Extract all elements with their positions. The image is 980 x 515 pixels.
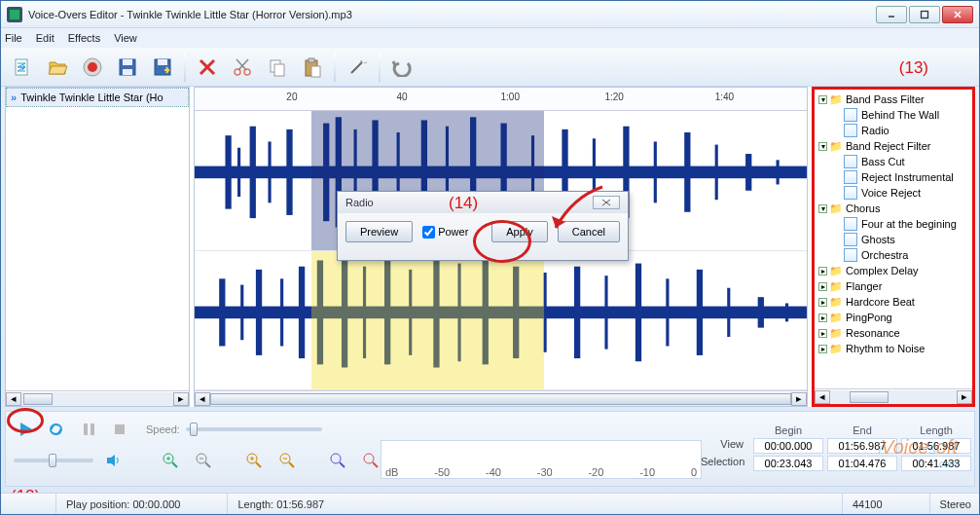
svg-rect-71 [697,269,703,354]
hdr-begin: Begin [753,424,823,436]
open-file-button[interactable] [42,52,73,83]
svg-rect-22 [309,58,314,62]
view-label: View [701,438,749,454]
svg-point-7 [88,62,97,72]
tree-folder-flanger[interactable]: ▸📁Flanger [815,278,972,294]
app-window: Voice-Overs Editor - Twinkle Twinkle Lit… [0,0,980,515]
power-checkbox[interactable] [422,226,435,239]
toolbar [1,48,979,87]
svg-rect-70 [666,278,669,346]
save-as-button[interactable] [147,52,178,83]
svg-rect-2 [922,11,928,18]
scroll-thumb[interactable] [23,393,53,405]
menu-effects[interactable]: Effects [68,32,100,44]
tree-leaf-four[interactable]: Four at the begining [815,216,972,232]
svg-point-96 [331,454,341,463]
scroll-thumb[interactable] [850,391,889,403]
dialog-close-button[interactable] [593,196,620,209]
tree-leaf-orch[interactable]: Orchestra [815,247,972,263]
zoom-v-out-button[interactable] [274,450,300,471]
loop-button[interactable] [45,419,70,440]
pause-button[interactable] [76,419,101,440]
effects-scrollbar[interactable]: ◂ ▸ [815,388,972,404]
paste-button[interactable] [297,52,328,83]
speaker-icon[interactable] [101,450,127,471]
minimize-button[interactable] [876,6,907,23]
svg-rect-29 [250,127,256,218]
tracklist-scrollbar[interactable]: ◂ ▸ [6,390,189,406]
scroll-left-icon[interactable]: ◂ [195,392,210,406]
zoom-out-button[interactable] [191,450,216,471]
sel-begin: 00:23.043 [753,456,823,471]
tree-folder-complex[interactable]: ▸📁Complex Delay [815,263,972,278]
record-button[interactable] [77,52,108,83]
status-channels: Stereo [929,494,971,514]
maximize-button[interactable] [909,6,940,23]
scroll-right-icon[interactable]: ▸ [791,392,807,406]
scroll-thumb[interactable] [210,393,791,405]
titlebar: Voice-Overs Editor - Twinkle Twinkle Lit… [1,1,979,28]
svg-rect-20 [274,64,284,76]
apply-button[interactable]: Apply [491,221,548,242]
zoom-in-button[interactable] [158,450,183,471]
tree-leaf-behind[interactable]: Behind The Wall [815,107,972,123]
menubar: File Edit Effects View [1,28,979,48]
tree-leaf-radio[interactable]: Radio [815,123,972,138]
track-item[interactable]: » Twinkle Twinkle Little Star (Ho [6,88,189,107]
cut-button[interactable] [227,52,258,83]
menu-view[interactable]: View [114,32,137,44]
scroll-right-icon[interactable]: ▸ [957,390,972,404]
tree-folder-chorus[interactable]: ▾📁Chorus [815,201,972,216]
tree-leaf-bass[interactable]: Bass Cut [815,154,972,169]
tree-folder-pingpong[interactable]: ▸📁PingPong [815,310,972,325]
svg-rect-31 [286,129,292,215]
delete-button[interactable] [192,52,223,83]
stop-button[interactable] [107,419,132,440]
new-file-button[interactable] [7,52,38,83]
tree-leaf-inst[interactable]: Reject Instrumental [815,169,972,185]
sel-label: Selection [701,456,749,471]
preview-button[interactable]: Preview [345,221,413,242]
zoom-v-in-button[interactable] [241,450,267,471]
svg-rect-30 [268,141,271,202]
svg-rect-47 [715,145,718,201]
svg-rect-12 [158,59,167,65]
view-begin: 00:00.000 [753,438,823,454]
tree-leaf-ghosts[interactable]: Ghosts [815,232,972,247]
time-info-grid: Begin End Length View 00:00.000 01:56.98… [701,424,971,471]
cancel-button[interactable]: Cancel [558,221,620,242]
play-button[interactable] [14,419,39,440]
tree-folder-hardcore[interactable]: ▸📁Hardcore Beat [815,294,972,310]
effects-wand-button[interactable] [342,52,373,83]
tree-folder-bandreject[interactable]: ▾📁Band Reject Filter [815,138,972,154]
fast-forward-icon: » [11,92,17,103]
svg-rect-56 [299,266,305,357]
view-end: 01:56.987 [827,438,897,454]
svg-rect-72 [727,287,730,336]
tree-folder-rhythm[interactable]: ▸📁Rhythm to Noise [815,341,972,356]
effects-tree: ▾📁Band Pass Filter Behind The Wall Radio… [815,90,972,388]
scroll-left-icon[interactable]: ◂ [815,390,830,404]
menu-edit[interactable]: Edit [36,32,54,44]
svg-rect-73 [758,297,764,327]
copy-button[interactable] [262,52,293,83]
tree-leaf-voice[interactable]: Voice Reject [815,185,972,201]
close-button[interactable] [942,6,973,23]
tracklist-panel: » Twinkle Twinkle Little Star (Ho ◂ ▸ [5,87,190,407]
svg-rect-27 [225,135,231,208]
scroll-right-icon[interactable]: ▸ [173,392,189,406]
waveform-scrollbar[interactable]: ◂ ▸ [195,390,807,406]
ruler-tick: 40 [397,92,408,102]
power-checkbox-label[interactable]: Power [422,226,468,239]
undo-button[interactable] [386,52,417,83]
scroll-left-icon[interactable]: ◂ [6,392,21,406]
zoom-fit-button[interactable] [325,450,350,471]
menu-file[interactable]: File [5,32,22,44]
save-button[interactable] [112,52,143,83]
time-ruler[interactable]: 20 40 1:00 1:20 1:40 [195,88,807,111]
volume-slider[interactable] [14,459,93,462]
tree-folder-bandpass[interactable]: ▾📁Band Pass Filter [815,92,972,107]
db-meter: dB -50 -40 -30 -20 -10 0 [381,440,702,479]
tree-folder-resonance[interactable]: ▸📁Resonance [815,325,972,341]
speed-slider[interactable] [186,427,322,431]
